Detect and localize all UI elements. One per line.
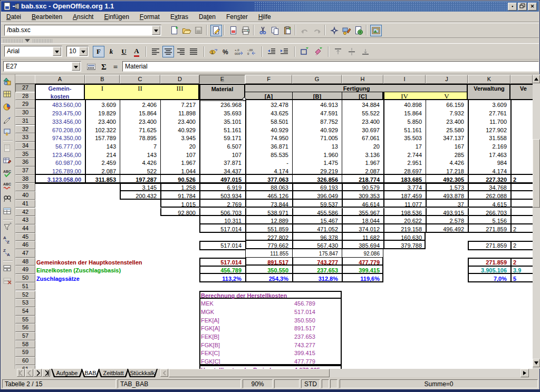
cell-G31[interactable]: 87.752 xyxy=(293,117,341,125)
cell-I30[interactable]: 15.864 xyxy=(384,110,425,117)
hscroll-thumb[interactable] xyxy=(169,369,330,377)
col-header-J[interactable]: J xyxy=(426,75,468,84)
cell-C32[interactable]: 71.625 xyxy=(121,126,159,133)
row-header-39[interactable]: 39 xyxy=(15,183,35,191)
cell-L50[interactable]: 5 xyxy=(512,275,532,282)
align-bottom-button[interactable] xyxy=(360,46,371,57)
cell-J37[interactable]: 17.218 xyxy=(427,168,467,175)
cell-J32[interactable]: 25.580 xyxy=(427,126,467,133)
cell-E48[interactable]: 517.014 xyxy=(200,258,244,266)
cell-E50[interactable]: 113,2% xyxy=(200,275,244,282)
row-header-53[interactable]: 53 xyxy=(15,299,35,307)
cell-F49[interactable]: 350.550 xyxy=(246,267,291,274)
cell-J36[interactable]: 4.426 xyxy=(427,159,467,166)
cell-K40[interactable]: 262.088 xyxy=(469,192,509,200)
cell-E49[interactable]: 456.789 xyxy=(200,267,244,274)
row-header-54[interactable]: 54 xyxy=(15,307,35,316)
cell-G45[interactable]: 96.378 xyxy=(293,233,341,241)
restore-button[interactable] xyxy=(518,3,527,11)
col-header-E[interactable]: E xyxy=(199,75,245,84)
header-group-I[interactable]: I xyxy=(85,85,120,92)
tab-next-button[interactable] xyxy=(34,369,42,377)
header-group-II[interactable]: II xyxy=(120,85,160,92)
cell-H31[interactable]: 23.400 xyxy=(343,117,382,125)
row-header-32[interactable]: 32 xyxy=(15,125,35,134)
row-header-61[interactable]: 61 xyxy=(15,365,35,369)
tab-first-button[interactable] xyxy=(17,369,25,377)
row-label-48[interactable]: Gemeinkosten der Hauptkostenstellen xyxy=(36,258,142,266)
insert-from-file-icon[interactable] xyxy=(3,143,14,154)
cell-I36[interactable]: 2.951 xyxy=(384,159,425,166)
cell-F39[interactable]: 88.063 xyxy=(246,184,291,191)
cell-J33[interactable]: 347.137 xyxy=(427,134,467,142)
cell-F48[interactable]: 891.517 xyxy=(246,258,291,266)
cell-E40[interactable]: 503.934 xyxy=(200,192,244,200)
cell-G50[interactable]: 312,8% xyxy=(293,275,341,282)
cell-G37[interactable]: 29.219 xyxy=(293,168,341,175)
cell-G38[interactable]: 326.856 xyxy=(293,175,341,183)
row-header-52[interactable]: 52 xyxy=(15,291,35,299)
percent-format-button[interactable]: % xyxy=(220,46,232,57)
cell-I46[interactable]: 379.788 xyxy=(384,242,425,249)
header-kosten[interactable]: kosten xyxy=(35,92,85,100)
row-header-28[interactable]: 28 xyxy=(15,92,35,101)
cell-E30[interactable]: 35.693 xyxy=(200,110,244,117)
cell-D38[interactable]: 90.526 xyxy=(161,175,198,183)
close-button[interactable]: ✕ xyxy=(528,3,537,11)
cell-I29[interactable]: 40.898 xyxy=(384,101,425,109)
menu-hilfe[interactable]: Hilfe xyxy=(253,12,276,22)
cell-D36[interactable]: 1.967 xyxy=(161,159,198,166)
cell-E33[interactable]: 59.171 xyxy=(200,134,244,142)
row-header-50[interactable]: 50 xyxy=(15,274,35,282)
cell-I40[interactable]: 187.459 xyxy=(384,192,425,200)
insert-graphics-icon[interactable] xyxy=(370,25,382,36)
header-gemein[interactable]: Gemein- xyxy=(35,85,85,92)
cell-A34[interactable]: 56.777,00 xyxy=(36,142,84,150)
open-icon[interactable] xyxy=(181,25,192,36)
cell-E41[interactable]: 2.769 xyxy=(200,200,244,208)
corner-header[interactable] xyxy=(15,75,35,84)
col-header-F[interactable]: F xyxy=(245,75,292,84)
row-header-40[interactable]: 40 xyxy=(15,191,35,200)
cell-E35[interactable]: 107 xyxy=(200,151,244,158)
row-header-56[interactable]: 56 xyxy=(15,324,35,332)
hyperlink-icon[interactable] xyxy=(353,25,364,36)
col-header-C[interactable]: C xyxy=(120,75,160,84)
cell-J44[interactable]: 496.492 xyxy=(427,225,467,232)
cell-F33[interactable]: 74.950 xyxy=(246,134,291,142)
cell-F35[interactable]: 85.535 xyxy=(246,151,291,158)
redo-icon[interactable] xyxy=(311,25,323,36)
header-sub-2[interactable]: [C] xyxy=(342,92,383,100)
cell-F50[interactable]: 254,3% xyxy=(246,275,291,282)
cell-J31[interactable]: 23.400 xyxy=(427,117,467,125)
cell-H39[interactable]: 90.579 xyxy=(343,184,382,191)
cell-G40[interactable]: 396.049 xyxy=(293,192,341,200)
cell-B34[interactable]: 143 xyxy=(86,142,119,150)
cell-H38[interactable]: 218.774 xyxy=(343,175,382,183)
row-header-49[interactable]: 49 xyxy=(15,266,35,274)
cell-A31[interactable]: 333.456,00 xyxy=(36,117,84,125)
cell-K41[interactable]: 4.615 xyxy=(469,200,509,208)
cell-F40[interactable]: 465.126 xyxy=(246,192,291,200)
cell-J35[interactable]: 285 xyxy=(427,151,467,158)
cell-E29[interactable]: 236.968 xyxy=(200,101,244,109)
add-decimal-button[interactable]: +,0000 xyxy=(233,46,245,57)
cell-G46[interactable]: 567.430 xyxy=(293,242,341,249)
cell-K37[interactable]: 4.174 xyxy=(469,168,509,175)
align-right-button[interactable] xyxy=(175,46,187,57)
cell-G47[interactable]: 175.847 xyxy=(293,250,341,258)
autospellcheck-icon[interactable]: ABC xyxy=(3,181,14,192)
row-header-42[interactable]: 42 xyxy=(15,208,35,217)
cell-E32[interactable]: 51.161 xyxy=(200,126,244,133)
row-label-49[interactable]: Einzelkosten (Zuschlagsbasis) xyxy=(36,267,121,274)
cell-E37[interactable]: 34.437 xyxy=(200,168,244,175)
cell-F45[interactable]: 227.802 xyxy=(246,233,291,241)
cell-F29[interactable]: 32.478 xyxy=(246,101,291,109)
cell-I45[interactable]: 160.630 xyxy=(384,233,425,241)
row-header-27[interactable]: 27 xyxy=(15,84,35,92)
cell-E38[interactable]: 497.015 xyxy=(200,175,244,183)
cell-E43[interactable]: 10.311 xyxy=(200,217,244,224)
cell-D40[interactable]: 91.784 xyxy=(161,192,198,200)
cell-C29[interactable]: 2.406 xyxy=(121,101,159,109)
row-header-47[interactable]: 47 xyxy=(15,249,35,258)
